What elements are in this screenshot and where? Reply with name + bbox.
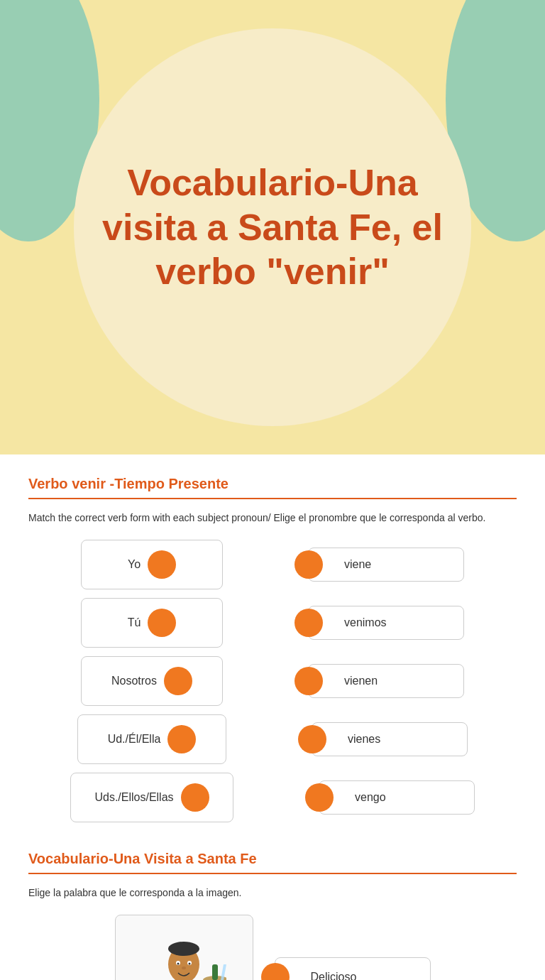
match-row-4: Ud./Él/Ella vienes xyxy=(28,714,517,764)
verb-box-4[interactable]: vienes xyxy=(312,722,468,756)
match-row-5: Uds./Ellos/Ellas vengo xyxy=(28,773,517,822)
svg-point-11 xyxy=(182,967,186,969)
svg-point-6 xyxy=(168,942,199,956)
verb-label-2: venimos xyxy=(344,616,387,629)
pronoun-label-1: Yo xyxy=(128,558,141,571)
left-dot-5[interactable] xyxy=(181,783,209,812)
vocab-word-1: Delicioso xyxy=(311,971,357,981)
left-dot-2[interactable] xyxy=(148,609,176,637)
pronoun-box-2[interactable]: Tú xyxy=(81,598,223,648)
right-dot-3[interactable] xyxy=(294,667,323,695)
svg-rect-14 xyxy=(212,964,218,980)
verb-box-3[interactable]: vienen xyxy=(308,664,464,698)
match-row-2: Tú venimos xyxy=(28,598,517,648)
svg-point-10 xyxy=(189,963,191,965)
page-title: Vocabulario-Una visita a Santa Fe, el ve… xyxy=(102,160,443,293)
pronoun-box-3[interactable]: Nosotros xyxy=(81,656,223,706)
header-section: Vocabulario-Una visita a Santa Fe, el ve… xyxy=(0,0,545,454)
pronoun-label-3: Nosotros xyxy=(111,675,157,687)
right-dot-2[interactable] xyxy=(294,609,323,637)
section2-instruction: Elige la palabra que le corresponda a la… xyxy=(28,886,517,900)
matching-exercise: Yo viene Tú venimos xyxy=(28,540,517,822)
pronoun-box-5[interactable]: Uds./Ellos/Ellas xyxy=(70,773,233,822)
svg-point-9 xyxy=(177,963,180,965)
section1-divider xyxy=(28,498,517,499)
vocab-section: Vocabulario-Una Visita a Santa Fe Elige … xyxy=(28,851,517,980)
right-dot-4[interactable] xyxy=(298,725,326,753)
content-area: Verbo venir -Tiempo Presente Match the c… xyxy=(0,454,545,980)
verb-label-1: viene xyxy=(344,558,371,571)
pronoun-box-1[interactable]: Yo xyxy=(81,540,223,589)
vocab-row-1: Delicioso xyxy=(28,915,517,980)
pronoun-box-4[interactable]: Ud./Él/Ella xyxy=(77,714,226,764)
verb-box-5[interactable]: vengo xyxy=(319,780,475,815)
right-dot-5[interactable] xyxy=(305,783,334,812)
left-dot-4[interactable] xyxy=(167,725,196,753)
verb-label-3: vienen xyxy=(344,675,378,687)
header-circle: Vocabulario-Una visita a Santa Fe, el ve… xyxy=(74,28,471,426)
verb-section: Verbo venir -Tiempo Presente Match the c… xyxy=(28,476,517,822)
left-dot-3[interactable] xyxy=(164,667,192,695)
pronoun-label-2: Tú xyxy=(128,616,141,629)
section2-title: Vocabulario-Una Visita a Santa Fe xyxy=(28,851,517,867)
waiter-image-box[interactable] xyxy=(115,915,253,980)
waiter-svg xyxy=(141,922,226,980)
section1-instruction: Match the correct verb form with each su… xyxy=(28,511,517,526)
match-row-1: Yo viene xyxy=(28,540,517,589)
verb-box-1[interactable]: viene xyxy=(308,548,464,582)
word-dot-right-1[interactable] xyxy=(261,963,290,981)
match-row-3: Nosotros vienen xyxy=(28,656,517,706)
section1-title: Verbo venir -Tiempo Presente xyxy=(28,476,517,492)
section2-divider xyxy=(28,873,517,874)
pronoun-label-4: Ud./Él/Ella xyxy=(108,733,161,746)
right-dot-1[interactable] xyxy=(294,550,323,579)
left-dot-1[interactable] xyxy=(148,550,176,579)
verb-box-2[interactable]: venimos xyxy=(308,606,464,640)
pronoun-label-5: Uds./Ellos/Ellas xyxy=(94,791,173,804)
vocab-word-box-1[interactable]: Delicioso xyxy=(275,957,431,981)
verb-label-4: vienes xyxy=(348,733,380,746)
verb-label-5: vengo xyxy=(355,791,386,804)
